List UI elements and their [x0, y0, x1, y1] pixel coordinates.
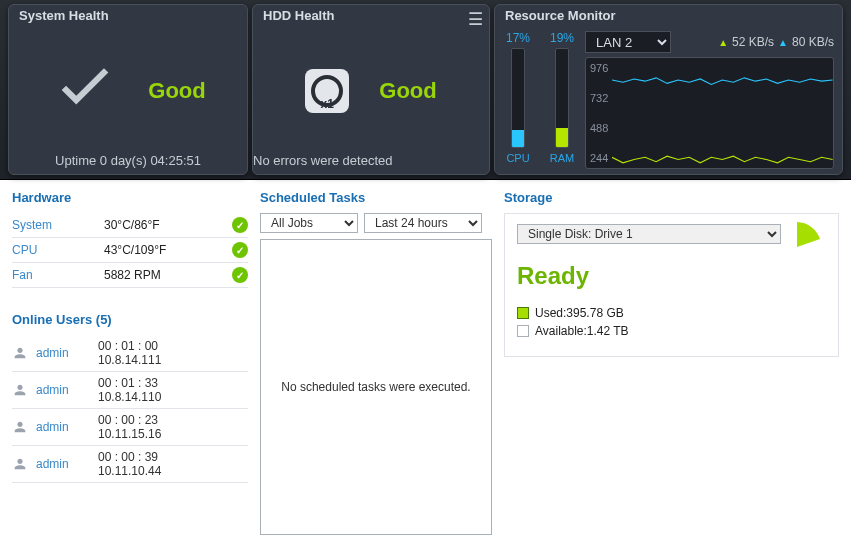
user-row[interactable]: admin00 : 00 : 3910.11.10.44 — [12, 446, 248, 483]
online-users-title: Online Users (5) — [12, 312, 248, 327]
system-health-status: Good — [148, 78, 205, 104]
user-row[interactable]: admin00 : 01 : 0010.8.14.111 — [12, 335, 248, 372]
range-filter[interactable]: Last 24 hours — [364, 213, 482, 233]
up-arrow-icon: ▲ — [718, 37, 728, 48]
list-icon[interactable]: ☰ — [468, 9, 483, 30]
ram-meter: 19% RAM — [547, 31, 577, 169]
cpu-percent: 17% — [506, 31, 530, 45]
user-icon — [12, 419, 28, 435]
user-row[interactable]: admin00 : 01 : 3310.8.14.110 — [12, 372, 248, 409]
user-icon — [12, 345, 28, 361]
hardware-column: Hardware System30°C/86°F✓CPU43°C/109°F✓F… — [12, 190, 248, 535]
user-details: 00 : 00 : 3910.11.10.44 — [98, 450, 161, 478]
hardware-row: System30°C/86°F✓ — [12, 213, 248, 238]
hw-value: 5882 RPM — [104, 268, 232, 282]
ram-label: RAM — [550, 152, 574, 164]
user-name: admin — [36, 346, 90, 360]
jobs-filter[interactable]: All Jobs — [260, 213, 358, 233]
user-details: 00 : 01 : 0010.8.14.111 — [98, 339, 161, 367]
top-panel: System Health Good Uptime 0 day(s) 04:25… — [0, 0, 851, 180]
storage-title: Storage — [504, 190, 839, 205]
user-icon — [12, 382, 28, 398]
storage-used-row: Used:395.78 GB — [517, 306, 826, 320]
storage-volume-select[interactable]: Single Disk: Drive 1 — [517, 224, 781, 244]
hardware-row: Fan5882 RPM✓ — [12, 263, 248, 288]
hw-label[interactable]: System — [12, 218, 104, 232]
ram-percent: 19% — [550, 31, 574, 45]
cpu-label: CPU — [506, 152, 529, 164]
user-row[interactable]: admin00 : 00 : 2310.11.15.16 — [12, 409, 248, 446]
network-graph: 976 732 488 244 — [585, 57, 834, 169]
hardware-title: Hardware — [12, 190, 248, 205]
disk-icon: x1 — [305, 69, 349, 113]
lower-panel: Hardware System30°C/86°F✓CPU43°C/109°F✓F… — [0, 180, 851, 545]
storage-pie-icon — [772, 222, 822, 272]
system-health-card: System Health Good Uptime 0 day(s) 04:25… — [8, 4, 248, 175]
hdd-health-status: Good — [379, 78, 436, 104]
status-ok-icon: ✓ — [232, 267, 248, 283]
hw-label[interactable]: Fan — [12, 268, 104, 282]
user-details: 00 : 01 : 3310.8.14.110 — [98, 376, 161, 404]
hw-value: 43°C/109°F — [104, 243, 232, 257]
resource-monitor-card: Resource Monitor 17% CPU 19% RAM LAN 2 — [494, 4, 843, 175]
user-details: 00 : 00 : 2310.11.15.16 — [98, 413, 161, 441]
down-arrow-icon: ▲ — [778, 37, 788, 48]
user-name: admin — [36, 457, 90, 471]
user-icon — [12, 456, 28, 472]
resource-monitor-title: Resource Monitor — [495, 5, 842, 29]
system-uptime: Uptime 0 day(s) 04:25:51 — [9, 153, 247, 174]
user-name: admin — [36, 383, 90, 397]
status-ok-icon: ✓ — [232, 242, 248, 258]
lan-select[interactable]: LAN 2 — [585, 31, 671, 53]
hdd-health-card: HDD Health ☰ x1 Good No errors were dete… — [252, 4, 490, 175]
system-health-title: System Health — [9, 5, 247, 29]
tasks-column: Scheduled Tasks All Jobs Last 24 hours N… — [260, 190, 492, 535]
user-name: admin — [36, 420, 90, 434]
available-swatch — [517, 325, 529, 337]
tasks-message: No scheduled tasks were executed. — [281, 380, 470, 394]
scheduled-tasks-title: Scheduled Tasks — [260, 190, 492, 205]
status-ok-icon: ✓ — [232, 217, 248, 233]
hardware-row: CPU43°C/109°F✓ — [12, 238, 248, 263]
net-stats: ▲52 KB/s ▲80 KB/s — [718, 35, 834, 49]
used-swatch — [517, 307, 529, 319]
hdd-health-message: No errors were detected — [253, 153, 489, 174]
check-icon — [50, 55, 120, 128]
storage-available-row: Available:1.42 TB — [517, 324, 826, 338]
users-list[interactable]: admin00 : 01 : 0010.8.14.111admin00 : 01… — [12, 335, 248, 505]
hdd-health-title: HDD Health — [253, 5, 489, 29]
cpu-meter: 17% CPU — [503, 31, 533, 169]
hw-value: 30°C/86°F — [104, 218, 232, 232]
tasks-box: No scheduled tasks were executed. — [260, 239, 492, 535]
hw-label[interactable]: CPU — [12, 243, 104, 257]
storage-column: Storage Single Disk: Drive 1 Ready Used:… — [504, 190, 839, 535]
